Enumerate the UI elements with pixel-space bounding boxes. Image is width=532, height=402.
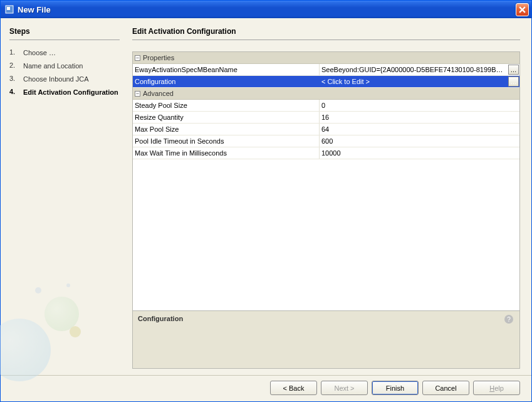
prop-name: Configuration [133, 76, 320, 87]
row-max-wait-time[interactable]: Max Wait Time in Milliseconds 10000 [133, 147, 519, 159]
prop-value-text: SeeBeyond:GUID={2A000000-D5BEFE74130100-… [321, 66, 503, 73]
row-configuration[interactable]: Configuration < Click to Edit > … [133, 76, 519, 88]
collapse-icon[interactable]: − [135, 55, 140, 61]
prop-name: Resize Quantity [133, 112, 320, 123]
next-button: Next > [321, 381, 368, 395]
close-button[interactable] [516, 3, 529, 16]
row-pool-idle-timeout[interactable]: Pool Idle Timeout in Seconds 600 [133, 135, 519, 147]
app-icon [4, 4, 14, 14]
step-label: Edit Activation Configuration [23, 88, 118, 97]
description-pane: Configuration ? [133, 310, 519, 368]
step-label: Choose … [23, 48, 56, 58]
cancel-button[interactable]: Cancel [422, 381, 469, 395]
property-grid[interactable]: − Properties EwayActivationSpecMBeanName… [133, 52, 519, 310]
prop-value[interactable]: 64 [320, 124, 519, 135]
row-steady-pool-size[interactable]: Steady Pool Size 0 [133, 100, 519, 112]
watermark-graphic [1, 262, 126, 375]
step-label: Name and Location [23, 61, 83, 71]
ellipsis-button[interactable]: … [508, 77, 519, 87]
steps-heading: Steps [9, 27, 120, 40]
svg-rect-1 [7, 7, 10, 10]
collapse-icon[interactable]: − [135, 91, 140, 97]
finish-button[interactable]: Finish [372, 381, 419, 395]
description-title: Configuration [138, 315, 514, 322]
content-area: Steps 1. Choose … 2. Name and Location 3… [1, 18, 531, 401]
button-label: Cancel [435, 384, 456, 392]
titlebar[interactable]: New File [1, 1, 531, 18]
group-properties[interactable]: − Properties [133, 52, 519, 64]
main-area: Steps 1. Choose … 2. Name and Location 3… [1, 18, 531, 375]
ellipsis-button[interactable]: … [508, 65, 519, 75]
help-button: Help [473, 381, 520, 395]
prop-name: Pool Idle Timeout in Seconds [133, 135, 320, 147]
prop-value[interactable]: 600 [320, 135, 519, 147]
back-button[interactable]: < Back [270, 381, 317, 395]
prop-name: Max Wait Time in Milliseconds [133, 147, 320, 159]
wizard-window: New File Steps 1. Choose … 2. Name and L… [0, 0, 532, 402]
prop-name: EwayActivationSpecMBeanName [133, 64, 320, 75]
button-label: < Back [283, 384, 305, 392]
steps-sidebar: Steps 1. Choose … 2. Name and Location 3… [1, 18, 126, 375]
row-max-pool-size[interactable]: Max Pool Size 64 [133, 124, 519, 135]
step-item: 1. Choose … [9, 46, 120, 60]
row-eway-activation-spec[interactable]: EwayActivationSpecMBeanName SeeBeyond:GU… [133, 64, 519, 76]
close-icon [519, 6, 526, 13]
prop-value[interactable]: 0 [320, 100, 519, 111]
step-number: 3. [9, 75, 23, 84]
step-number: 2. [9, 61, 23, 71]
help-icon[interactable]: ? [504, 315, 513, 324]
prop-value[interactable]: < Click to Edit > … [320, 76, 519, 87]
window-title: New File [18, 5, 51, 14]
step-item-current: 4. Edit Activation Configuration [9, 86, 120, 99]
button-label: Next > [334, 384, 354, 392]
step-item: 3. Choose Inbound JCA [9, 73, 120, 86]
button-label: Help [489, 384, 504, 392]
prop-value[interactable]: SeeBeyond:GUID={2A000000-D5BEFE74130100-… [320, 64, 519, 75]
row-resize-quantity[interactable]: Resize Quantity 16 [133, 112, 519, 124]
prop-name: Steady Pool Size [133, 100, 320, 111]
group-advanced[interactable]: − Advanced [133, 88, 519, 100]
step-item: 2. Name and Location [9, 60, 120, 73]
button-label: Finish [386, 384, 404, 392]
steps-list: 1. Choose … 2. Name and Location 3. Choo… [9, 46, 120, 98]
panel-title: Edit Activation Configuration [132, 27, 520, 40]
prop-name: Max Pool Size [133, 124, 320, 135]
group-label: Properties [143, 54, 174, 61]
prop-value-text: < Click to Edit > [321, 78, 370, 85]
group-label: Advanced [143, 90, 174, 97]
right-panel: Edit Activation Configuration − Properti… [126, 18, 531, 375]
step-label: Choose Inbound JCA [23, 75, 89, 84]
prop-value[interactable]: 10000 [320, 147, 519, 159]
property-sheet: − Properties EwayActivationSpecMBeanName… [132, 51, 520, 369]
button-bar: < Back Next > Finish Cancel Help [1, 375, 531, 401]
step-number: 1. [9, 48, 23, 58]
step-number: 4. [9, 88, 23, 97]
prop-value[interactable]: 16 [320, 112, 519, 123]
